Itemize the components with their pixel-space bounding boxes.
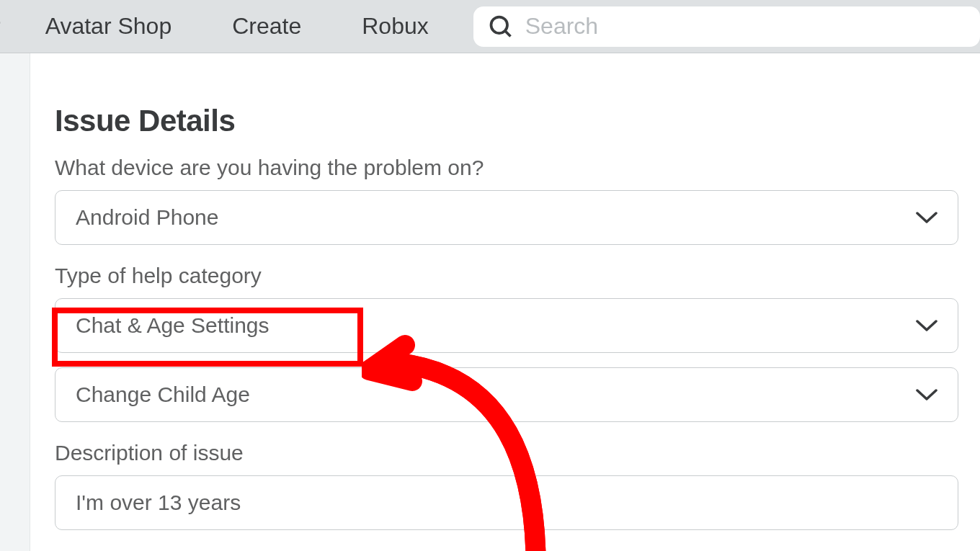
search-icon: [488, 14, 514, 40]
top-navigation: r Avatar Shop Create Robux: [0, 0, 980, 53]
svg-point-0: [491, 17, 507, 33]
search-input[interactable]: [525, 13, 966, 40]
description-value: I'm over 13 years: [76, 490, 241, 514]
description-textarea[interactable]: I'm over 13 years: [55, 475, 958, 530]
device-label: What device are you having the problem o…: [55, 156, 958, 180]
form-card: Issue Details What device are you having…: [30, 53, 980, 551]
category-label: Type of help category: [55, 264, 958, 288]
device-dropdown[interactable]: Android Phone: [55, 190, 958, 245]
subcategory-dropdown[interactable]: Change Child Age: [55, 367, 958, 422]
category-value: Chat & Age Settings: [76, 313, 270, 338]
chevron-down-icon: [916, 319, 937, 332]
device-value: Android Phone: [76, 205, 219, 230]
left-sidebar-gutter: [0, 53, 30, 551]
content-wrap: Issue Details What device are you having…: [0, 53, 980, 551]
nav-item-create[interactable]: Create: [202, 13, 331, 40]
chevron-down-icon: [916, 388, 937, 401]
nav-item-partial[interactable]: r: [0, 13, 15, 40]
svg-line-1: [505, 31, 511, 37]
nav-item-robux[interactable]: Robux: [331, 13, 459, 40]
search-container[interactable]: [473, 6, 980, 47]
description-label: Description of issue: [55, 441, 958, 465]
chevron-down-icon: [916, 211, 937, 224]
section-title: Issue Details: [55, 104, 958, 138]
category-dropdown[interactable]: Chat & Age Settings: [55, 298, 958, 353]
nav-item-avatar-shop[interactable]: Avatar Shop: [15, 13, 202, 40]
subcategory-value: Change Child Age: [76, 382, 250, 407]
